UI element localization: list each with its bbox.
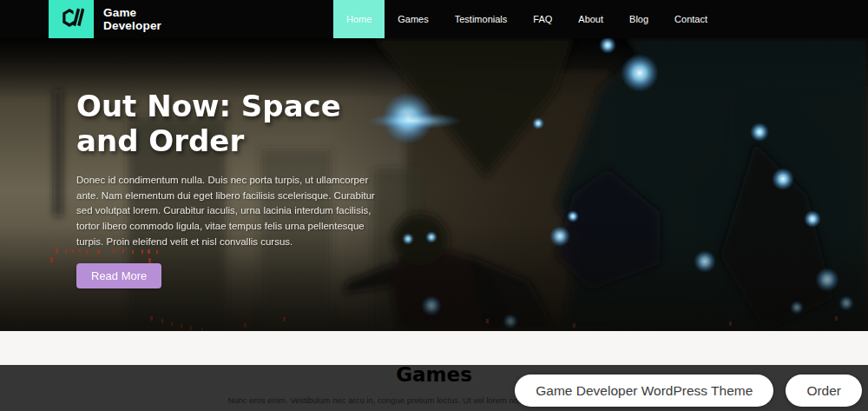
site-header: Game Developer Home Games Testimonials F… — [0, 0, 868, 38]
read-more-button[interactable]: Read More — [76, 263, 161, 288]
nav-item-games[interactable]: Games — [385, 0, 441, 38]
nav-item-contact[interactable]: Contact — [661, 0, 720, 38]
site-title[interactable]: Game Developer — [103, 6, 161, 32]
hero-title: Out Now: Space and Order — [76, 89, 406, 158]
nav-item-faq[interactable]: FAQ — [520, 0, 565, 38]
nav-item-blog[interactable]: Blog — [616, 0, 661, 38]
nav-item-about[interactable]: About — [565, 0, 616, 38]
site-title-line1: Game — [103, 6, 161, 19]
theme-name-pill[interactable]: Game Developer WordPress Theme — [515, 375, 773, 407]
site-logo[interactable] — [49, 0, 94, 38]
site-title-line2: Developer — [103, 19, 161, 32]
demo-bar: Game Developer WordPress Theme Order — [515, 375, 862, 407]
nav-item-testimonials[interactable]: Testimonials — [442, 0, 521, 38]
main-nav: Home Games Testimonials FAQ About Blog C… — [333, 0, 720, 38]
nav-item-home[interactable]: Home — [333, 0, 385, 38]
game-developer-logo-icon — [58, 6, 84, 33]
hero-description: Donec id condimentum nulla. Duis nec por… — [76, 173, 387, 249]
order-button[interactable]: Order — [786, 375, 862, 407]
hero-banner: Out Now: Space and Order Donec id condim… — [0, 38, 868, 331]
hero-content: Out Now: Space and Order Donec id condim… — [76, 89, 441, 288]
